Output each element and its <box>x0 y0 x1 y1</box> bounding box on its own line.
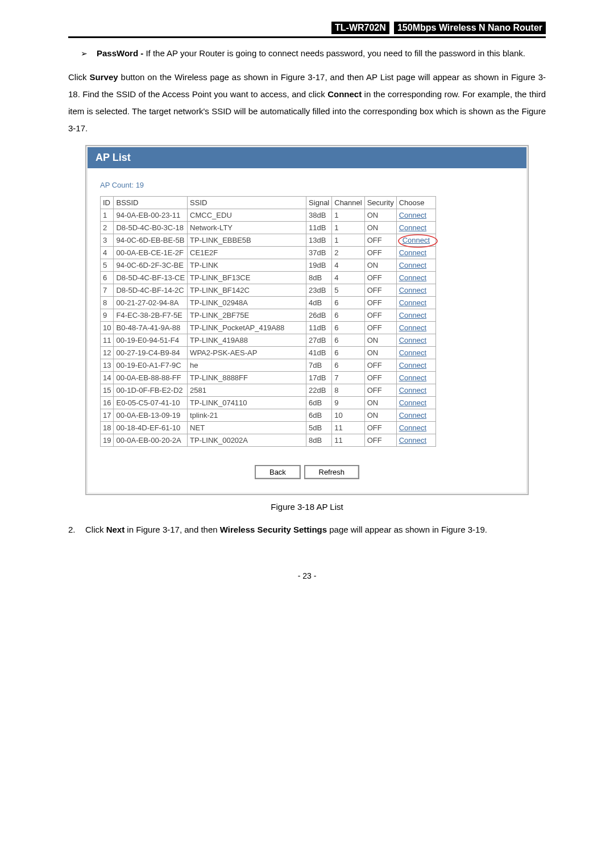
cell-channel: 6 <box>332 321 364 334</box>
cell-security: ON <box>364 209 396 221</box>
bullet-label: PassWord - <box>97 48 146 58</box>
cell-ssid: NET <box>188 421 306 434</box>
cell-bssid: 94-0A-EB-00-23-11 <box>114 209 188 221</box>
table-row: 16E0-05-C5-07-41-10TP-LINK_0741106dB9ONC… <box>101 396 436 409</box>
table-row: 1400-0A-EB-88-88-FFTP-LINK_8888FF17dB7OF… <box>101 371 436 384</box>
cell-security: OFF <box>364 421 396 434</box>
cell-choose: Connect <box>396 409 435 421</box>
cell-security: ON <box>364 409 396 421</box>
cell-ssid: CE1E2F <box>188 246 306 259</box>
s2-next: Next <box>106 525 125 534</box>
cell-signal: 23dB <box>306 284 332 296</box>
cell-security: OFF <box>364 309 396 321</box>
connect-link[interactable]: Connect <box>399 361 426 369</box>
s2-wss: Wireless Security Settings <box>220 525 327 534</box>
page-header: TL-WR702N 150Mbps Wireless N Nano Router <box>68 22 546 36</box>
connect-link[interactable]: Connect <box>399 411 426 420</box>
connect-link[interactable]: Connect <box>399 398 426 407</box>
cell-id: 6 <box>101 271 114 284</box>
cell-id: 10 <box>101 321 114 334</box>
cell-bssid: 00-0A-EB-CE-1E-2F <box>114 246 188 259</box>
connect-link[interactable]: Connect <box>399 261 426 269</box>
cell-channel: 6 <box>332 346 364 359</box>
cell-security: ON <box>364 396 396 409</box>
cell-id: 13 <box>101 359 114 371</box>
cell-signal: 6dB <box>306 396 332 409</box>
cell-security: OFF <box>364 384 396 396</box>
cell-bssid: E0-05-C5-07-41-10 <box>114 396 188 409</box>
cell-signal: 26dB <box>306 309 332 321</box>
connect-link[interactable]: Connect <box>399 298 426 307</box>
connect-link[interactable]: Connect <box>399 348 426 357</box>
bullet-text: PassWord - If the AP your Router is goin… <box>97 46 525 61</box>
connect-link[interactable]: Connect <box>399 223 426 232</box>
cell-bssid: 00-0A-EB-88-88-FF <box>114 371 188 384</box>
cell-bssid: 00-18-4D-EF-61-10 <box>114 421 188 434</box>
table-row: 1800-18-4D-EF-61-10NET5dB11OFFConnect <box>101 421 436 434</box>
s2-c: page will appear as shown in Figure 3-19… <box>327 525 487 534</box>
cell-id: 17 <box>101 409 114 421</box>
cell-ssid: WPA2-PSK-AES-AP <box>188 346 306 359</box>
cell-id: 1 <box>101 209 114 221</box>
cell-choose: Connect <box>396 296 435 309</box>
cell-choose: Connect <box>396 221 435 234</box>
cell-bssid: 00-19-E0-94-51-F4 <box>114 334 188 346</box>
cell-channel: 9 <box>332 396 364 409</box>
back-button[interactable]: Back <box>255 465 301 479</box>
cell-id: 11 <box>101 334 114 346</box>
cell-bssid: 94-0C-6D-2F-3C-BE <box>114 259 188 271</box>
cell-signal: 11dB <box>306 321 332 334</box>
col-ssid: SSID <box>188 196 306 209</box>
cell-id: 4 <box>101 246 114 259</box>
bullet-body: If the AP your Router is going to connec… <box>146 48 525 58</box>
cell-id: 18 <box>101 421 114 434</box>
cell-channel: 5 <box>332 284 364 296</box>
connect-link[interactable]: Connect <box>399 436 426 445</box>
connect-link[interactable]: Connect <box>399 248 426 257</box>
cell-ssid: TP-LINK_00202A <box>188 434 306 446</box>
s2-b: in Figure 3-17, and then <box>125 525 220 534</box>
connect-link[interactable]: Connect <box>399 323 426 332</box>
cell-choose: Connect <box>396 396 435 409</box>
table-row: 1300-19-E0-A1-F7-9Che7dB6OFFConnect <box>101 359 436 371</box>
cell-channel: 6 <box>332 359 364 371</box>
cell-bssid: 00-1D-0F-FB-E2-D2 <box>114 384 188 396</box>
cell-id: 14 <box>101 371 114 384</box>
cell-id: 5 <box>101 259 114 271</box>
cell-channel: 2 <box>332 246 364 259</box>
cell-id: 2 <box>101 221 114 234</box>
cell-bssid: D8-5D-4C-BF-13-CE <box>114 271 188 284</box>
cell-signal: 7dB <box>306 359 332 371</box>
connect-link[interactable]: Connect <box>399 311 426 319</box>
connect-link[interactable]: Connect <box>399 373 426 382</box>
cell-ssid: TP-LINK_EBBE5B <box>188 234 306 246</box>
table-row: 6D8-5D-4C-BF-13-CETP-LINK_BF13CE8dB4OFFC… <box>101 271 436 284</box>
step-2: 2. Click Next in Figure 3-17, and then W… <box>68 522 546 537</box>
table-row: 800-21-27-02-94-8ATP-LINK_02948A4dB6OFFC… <box>101 296 436 309</box>
cell-bssid: 00-0A-EB-13-09-19 <box>114 409 188 421</box>
table-row: 9F4-EC-38-2B-F7-5ETP-LINK_2BF75E26dB6OFF… <box>101 309 436 321</box>
table-row: 1700-0A-EB-13-09-19tplink-216dB10ONConne… <box>101 409 436 421</box>
cell-signal: 11dB <box>306 221 332 234</box>
cell-choose: Connect <box>396 346 435 359</box>
cell-signal: 13dB <box>306 234 332 246</box>
refresh-button[interactable]: Refresh <box>304 465 360 479</box>
cell-signal: 19dB <box>306 259 332 271</box>
cell-channel: 1 <box>332 221 364 234</box>
connect-link[interactable]: Connect <box>399 386 426 394</box>
connect-link[interactable]: Connect <box>399 423 426 432</box>
cell-bssid: F4-EC-38-2B-F7-5E <box>114 309 188 321</box>
cell-choose: Connect <box>396 421 435 434</box>
connect-link[interactable]: Connect <box>399 336 426 344</box>
cell-choose: Connect <box>396 359 435 371</box>
connect-link[interactable]: Connect <box>399 286 426 294</box>
bullet-icon: ➢ <box>81 46 97 61</box>
table-row: 1500-1D-0F-FB-E2-D2258122dB8OFFConnect <box>101 384 436 396</box>
table-row: 594-0C-6D-2F-3C-BETP-LINK19dB4ONConnect <box>101 259 436 271</box>
cell-choose: Connect <box>396 259 435 271</box>
cell-ssid: TP-LINK_074110 <box>188 396 306 409</box>
connect-link[interactable]: Connect <box>399 273 426 282</box>
connect-link[interactable]: Connect <box>399 211 426 219</box>
cell-choose: Connect <box>396 209 435 221</box>
cell-signal: 38dB <box>306 209 332 221</box>
